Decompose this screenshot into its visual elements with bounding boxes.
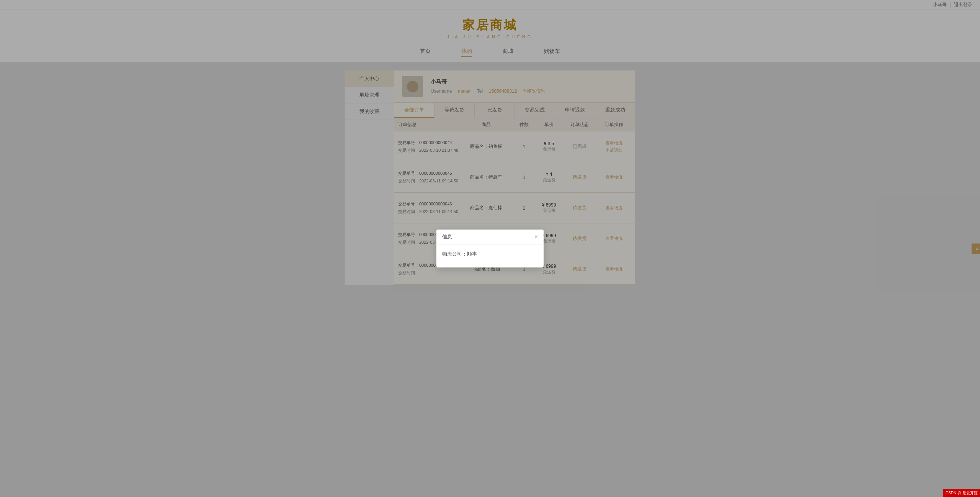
modal-header: 信息 ×	[436, 230, 544, 244]
modal-content: 物流公司：顺丰	[442, 251, 477, 257]
modal-body: 物流公司：顺丰	[436, 244, 544, 267]
modal-title: 信息	[442, 233, 452, 240]
modal-close-button[interactable]: ×	[534, 234, 538, 240]
modal-box: 信息 × 物流公司：顺丰	[436, 230, 544, 267]
modal-overlay[interactable]: 信息 × 物流公司：顺丰	[0, 0, 980, 497]
csdn-badge: CSDN @ 是云开源	[943, 489, 980, 497]
